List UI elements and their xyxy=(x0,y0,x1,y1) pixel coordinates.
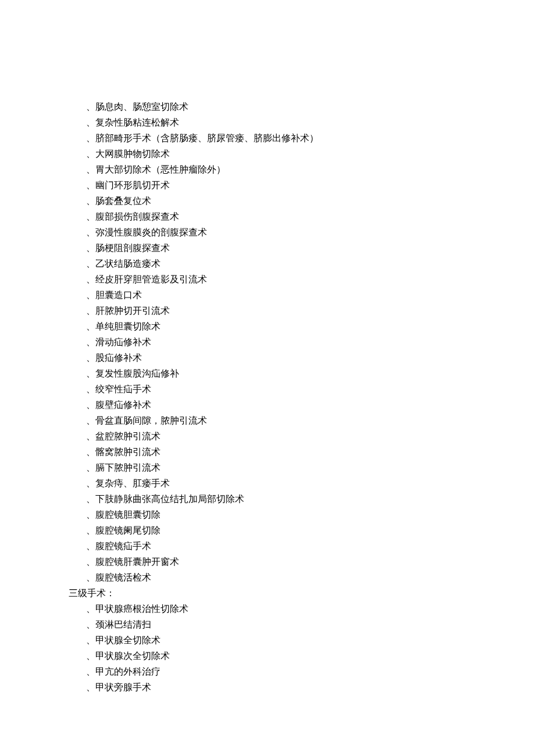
surgery-item: 、甲状腺全切除术 xyxy=(69,632,500,648)
surgery-item: 、复杂痔、肛瘘手术 xyxy=(69,475,500,491)
surgery-item: 、胆囊造口术 xyxy=(69,287,500,303)
surgery-item: 、绞窄性疝手术 xyxy=(69,381,500,397)
surgery-item: 、滑动疝修补术 xyxy=(69,334,500,350)
surgery-item: 、甲状旁腺手术 xyxy=(69,679,500,695)
surgery-item: 、肝脓肿切开引流术 xyxy=(69,303,500,318)
surgery-item: 、腹部损伤剖腹探查术 xyxy=(69,209,500,224)
section-header-level3: 三级手术： xyxy=(69,585,500,601)
surgery-item: 、腹腔镜阑尾切除 xyxy=(69,522,500,538)
surgery-item: 、大网膜肿物切除术 xyxy=(69,146,500,162)
surgery-list-group-1: 、肠息肉、肠憩室切除术、复杂性肠粘连松解术、脐部畸形手术（含脐肠瘘、脐尿管瘘、脐… xyxy=(69,99,500,585)
surgery-item: 、复杂性肠粘连松解术 xyxy=(69,114,500,130)
surgery-item: 、幽门环形肌切开术 xyxy=(69,177,500,193)
surgery-item: 、甲亢的外科治疗 xyxy=(69,664,500,679)
surgery-item: 、盆腔脓肿引流术 xyxy=(69,428,500,444)
surgery-item: 、腹腔镜活检术 xyxy=(69,569,500,585)
surgery-item: 、经皮肝穿胆管造影及引流术 xyxy=(69,271,500,287)
surgery-item: 、髂窝脓肿引流术 xyxy=(69,444,500,460)
surgery-item: 、甲状腺癌根治性切除术 xyxy=(69,601,500,617)
surgery-item: 、颈淋巴结清扫 xyxy=(69,617,500,632)
surgery-item: 、肠梗阻剖腹探查术 xyxy=(69,240,500,256)
surgery-item: 、肠套叠复位术 xyxy=(69,193,500,209)
surgery-item: 、乙状结肠造瘘术 xyxy=(69,256,500,271)
surgery-item: 、腹腔镜疝手术 xyxy=(69,538,500,554)
document-page: 、肠息肉、肠憩室切除术、复杂性肠粘连松解术、脐部畸形手术（含脐肠瘘、脐尿管瘘、脐… xyxy=(0,0,535,730)
surgery-item: 、单纯胆囊切除术 xyxy=(69,318,500,334)
surgery-item: 、股疝修补术 xyxy=(69,350,500,366)
surgery-item: 、脐部畸形手术（含脐肠瘘、脐尿管瘘、脐膨出修补术） xyxy=(69,130,500,146)
surgery-item: 、下肢静脉曲张高位结扎加局部切除术 xyxy=(69,491,500,507)
surgery-item: 、腹壁疝修补术 xyxy=(69,397,500,413)
surgery-item: 、膈下脓肿引流术 xyxy=(69,460,500,475)
surgery-item: 、胃大部切除术（恶性肿瘤除外） xyxy=(69,162,500,177)
surgery-item: 、骨盆直肠间隙，脓肿引流术 xyxy=(69,413,500,428)
surgery-item: 、弥漫性腹膜炎的剖腹探查术 xyxy=(69,224,500,240)
surgery-item: 、肠息肉、肠憩室切除术 xyxy=(69,99,500,114)
surgery-item: 、复发性腹股沟疝修补 xyxy=(69,366,500,381)
surgery-list-group-2: 、甲状腺癌根治性切除术、颈淋巴结清扫、甲状腺全切除术、甲状腺次全切除术、甲亢的外… xyxy=(69,601,500,695)
surgery-item: 、腹腔镜胆囊切除 xyxy=(69,507,500,522)
surgery-item: 、甲状腺次全切除术 xyxy=(69,648,500,664)
surgery-item: 、腹腔镜肝囊肿开窗术 xyxy=(69,554,500,569)
